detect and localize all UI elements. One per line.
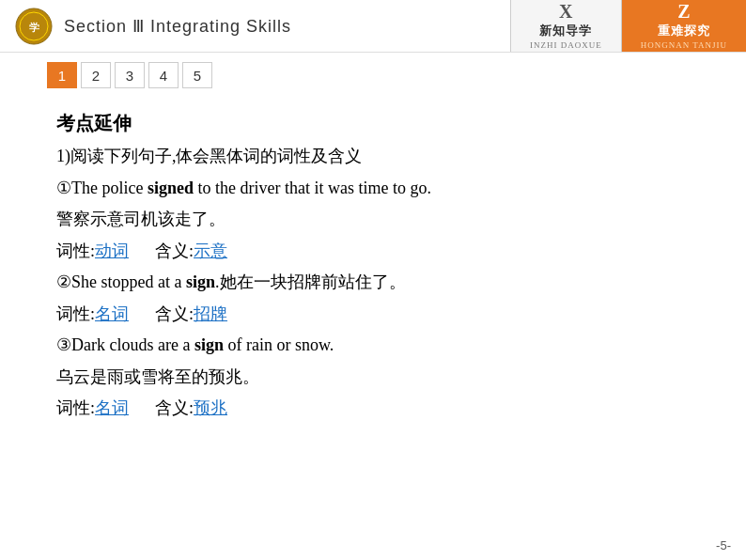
header: 学 Section Ⅲ Integrating Skills X 新知导学 IN…	[0, 0, 746, 53]
header-right: X 新知导学 INZHI DAOXUE Z 重难探究 HONGNAN TANJI…	[510, 0, 746, 52]
item-3-meaning-label: 含义:预兆	[155, 394, 227, 424]
intro-text: 1)阅读下列句子,体会黑体词的词性及含义	[56, 142, 690, 172]
item-1-cn: 警察示意司机该走了。	[56, 205, 690, 235]
item-2-type-label: 词性:名词	[56, 300, 129, 330]
tab-3[interactable]: 3	[115, 62, 145, 88]
item-2-type-val: 名词	[95, 304, 129, 323]
tab-5[interactable]: 5	[182, 62, 212, 88]
tab-1[interactable]: 1	[47, 62, 77, 88]
page-number: -5-	[716, 538, 731, 552]
item-2-en-after: .她在一块招牌前站住了。	[215, 272, 406, 291]
item-3-en-after: of rain or snow.	[224, 335, 334, 354]
z-icon: Z	[677, 2, 690, 21]
item-1-type-line: 词性:动词 含义:示意	[56, 237, 690, 267]
zhongnan-sublabel: HONGNAN TANJIU	[641, 40, 727, 50]
item-2-en: ②She stopped at a sign.她在一块招牌前站住了。	[56, 268, 690, 298]
main-content: 考点延伸 1)阅读下列句子,体会黑体词的词性及含义 ①The police si…	[0, 98, 746, 435]
item-2-type-line: 词性:名词 含义:招牌	[56, 300, 690, 330]
item-1-en-after: to the driver that it was time to go.	[194, 179, 431, 197]
svg-text:学: 学	[29, 22, 39, 33]
item-3-en: ③Dark clouds are a sign of rain or snow.	[56, 331, 690, 361]
item-2-num: ②	[56, 272, 71, 291]
item-1-meaning-val: 示意	[194, 241, 227, 260]
zhongnan-label: 重难探究	[658, 23, 710, 39]
school-logo-icon: 学	[15, 8, 53, 45]
tab-4[interactable]: 4	[148, 62, 179, 88]
item-2-bold: sign	[186, 272, 215, 291]
item-3-cn: 乌云是雨或雪将至的预兆。	[56, 363, 690, 393]
xinzhi-label: 新知导学	[539, 23, 592, 39]
item-3-num: ③	[56, 335, 71, 354]
item-1-en: ①The police signed to the driver that it…	[56, 174, 690, 204]
item-3-type-line: 词性:名词 含义:预兆	[56, 394, 690, 424]
section-title: 考点延伸	[56, 107, 690, 140]
header-left: 学 Section Ⅲ Integrating Skills	[0, 0, 510, 52]
item-2-meaning-label: 含义:招牌	[155, 300, 227, 330]
xinzhi-sublabel: INZHI DAOXUE	[530, 40, 602, 50]
item-2-en-before: She stopped at a	[71, 272, 186, 291]
item-1-type-val: 动词	[95, 241, 129, 260]
item-2-meaning-val: 招牌	[194, 304, 227, 323]
header-title: Section Ⅲ Integrating Skills	[64, 16, 291, 37]
item-3-meaning-val: 预兆	[194, 398, 227, 417]
item-3-bold: sign	[194, 335, 224, 354]
item-3-en-before: Dark clouds are a	[71, 335, 194, 354]
item-1-bold: signed	[148, 179, 194, 197]
tab-bar: 1 2 3 4 5	[0, 53, 746, 98]
item-3-type-label: 词性:名词	[56, 394, 129, 424]
tab-2[interactable]: 2	[81, 62, 111, 88]
item-3-type-val: 名词	[95, 398, 129, 417]
item-1-type-label: 词性:动词	[56, 237, 129, 267]
zhongnan-button[interactable]: Z 重难探究 HONGNAN TANJIU	[621, 0, 746, 52]
xinzhi-button[interactable]: X 新知导学 INZHI DAOXUE	[510, 0, 621, 52]
item-1-en-before: The police	[71, 179, 148, 197]
item-1-meaning-label: 含义:示意	[155, 237, 227, 267]
x-icon: X	[559, 2, 572, 21]
item-1-num: ①	[56, 179, 71, 197]
